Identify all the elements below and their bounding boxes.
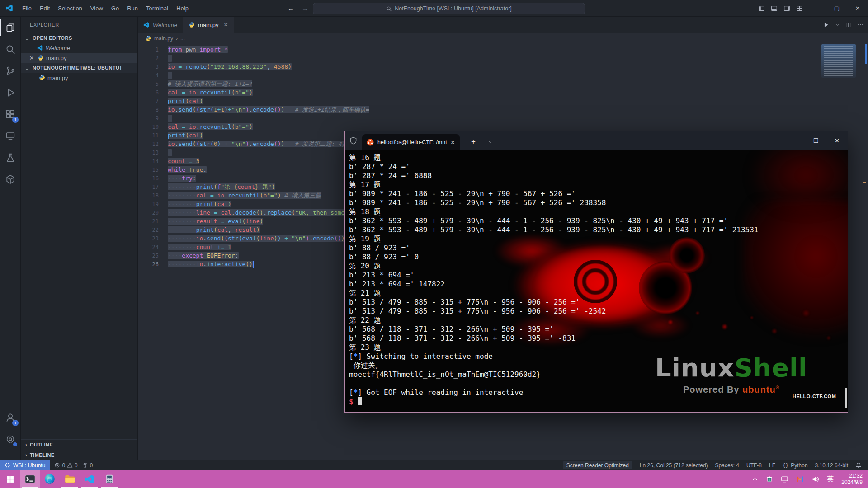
cursor-position[interactable]: Ln 26, Col 25 (712 selected)	[640, 462, 708, 469]
terminal-tab-dropdown-icon[interactable]	[483, 135, 497, 149]
terminal-tab-close-icon[interactable]: ✕	[450, 139, 455, 146]
activitybar-gear[interactable]	[0, 428, 21, 450]
activitybar-account[interactable]: 1	[0, 407, 21, 428]
tab-mainpy[interactable]: main.py ✕	[183, 17, 234, 33]
taskbar-calculator[interactable]	[99, 470, 119, 488]
open-editor-welcome[interactable]: Welcome	[21, 43, 137, 53]
code-line: 3io = remote("192.168.88.233", 4588)	[138, 62, 868, 71]
terminal-minimize-button[interactable]: —	[784, 131, 805, 150]
terminal-content[interactable]: LinuxShell Powered By ubuntu® HELLO-CTF.…	[345, 150, 848, 412]
chevron-down-icon[interactable]	[835, 22, 840, 28]
run-python-file-icon[interactable]	[823, 22, 829, 28]
bell-icon[interactable]	[855, 462, 862, 469]
nav-back-button[interactable]: ←	[288, 5, 294, 12]
eol-status[interactable]: LF	[769, 462, 775, 469]
activitybar-extensions[interactable]: 1	[0, 103, 21, 125]
menu-edit[interactable]: Edit	[36, 0, 54, 17]
display-icon[interactable]	[781, 475, 788, 483]
tab-close-icon[interactable]: ✕	[223, 22, 228, 28]
customize-layout-icon[interactable]	[793, 0, 806, 17]
file-item-mainpy[interactable]: main.py	[21, 73, 137, 83]
terminal-output: 第 16 题b' 287 * 24 ='b' 287 * 24 =' 6888第…	[345, 150, 848, 406]
remote-explorer-icon	[5, 131, 15, 141]
menu-go[interactable]: Go	[107, 0, 123, 17]
problems-indicator[interactable]: 0 0	[54, 462, 77, 469]
toggle-panel-icon[interactable]	[768, 0, 780, 17]
search-icon	[386, 6, 392, 12]
terminal-line: b' 88 / 923 ='	[349, 244, 848, 253]
encoding-status[interactable]: UTF-8	[746, 462, 762, 469]
windows-taskbar: 英 21:32 2024/9/9	[0, 470, 868, 488]
split-editor-icon[interactable]	[845, 22, 852, 28]
toggle-sidebar-icon[interactable]	[755, 0, 768, 17]
terminal-line: 第 19 题	[349, 235, 848, 244]
language-mode[interactable]: {} Python	[783, 462, 808, 469]
terminal-line: 第 20 题	[349, 262, 848, 271]
clock-time: 21:32	[841, 473, 863, 479]
code-line: 10cal = io.recvuntil(b"=")	[138, 122, 868, 131]
menu-help[interactable]: Help	[172, 0, 193, 17]
screen-reader-chip[interactable]: Screen Reader Optimized	[563, 461, 632, 469]
window-close-button[interactable]: ✕	[847, 0, 868, 17]
outline-section[interactable]: › OUTLINE	[21, 439, 137, 450]
taskbar-terminal-app[interactable]	[20, 470, 40, 488]
terminal-close-button[interactable]: ✕	[826, 131, 848, 150]
code-text: ········print(cal)	[159, 201, 231, 207]
remote-indicator[interactable]: WSL: Ubuntu	[0, 460, 50, 470]
window-maximize-button[interactable]: ▢	[826, 0, 847, 17]
activitybar-files[interactable]	[0, 17, 21, 38]
terminal-line: 第 17 题	[349, 180, 848, 189]
activitybar-test-beaker[interactable]	[0, 147, 21, 169]
menu-terminal[interactable]: Terminal	[142, 0, 172, 17]
chevron-up-icon[interactable]	[752, 476, 758, 482]
chevron-down-icon: ⌄	[24, 35, 29, 42]
minimap[interactable]	[821, 44, 856, 78]
line-number: 8	[138, 107, 159, 113]
taskbar-file-explorer[interactable]	[60, 470, 80, 488]
taskbar-vscode[interactable]	[80, 470, 99, 488]
taskbar-windows-start[interactable]	[0, 470, 20, 488]
activitybar-source-control[interactable]	[0, 60, 21, 82]
recycle-bin-icon[interactable]	[766, 475, 773, 483]
tab-welcome[interactable]: Welcome	[138, 17, 183, 33]
menu-file[interactable]: File	[18, 0, 36, 17]
m-app-icon[interactable]	[796, 475, 804, 483]
timeline-section[interactable]: › TIMELINE	[21, 450, 137, 460]
terminal-titlebar[interactable]: helloctfos@Hello-CTF: /mnt/c, ✕ + — ☐ ✕	[345, 131, 848, 150]
activitybar-run-debug[interactable]	[0, 82, 21, 103]
minimap-slider[interactable]	[865, 44, 867, 64]
more-actions-icon[interactable]	[857, 22, 863, 28]
indentation-status[interactable]: Spaces: 4	[715, 462, 739, 469]
toggle-secondary-sidebar-icon[interactable]	[780, 0, 793, 17]
radio-tower-icon	[82, 462, 88, 468]
code-line: 7print(cal)	[138, 97, 868, 105]
terminal-tab[interactable]: helloctfos@Hello-CTF: /mnt/c, ✕	[362, 134, 460, 150]
activitybar-remote-explorer[interactable]	[0, 125, 21, 147]
breadcrumb[interactable]: main.py › ...	[138, 33, 868, 44]
open-editors-header[interactable]: ⌄ OPEN EDITORS	[21, 33, 137, 43]
code-text: while True:	[159, 166, 207, 173]
menu-view[interactable]: View	[86, 0, 107, 17]
taskbar-edge[interactable]	[40, 470, 60, 488]
command-center-search[interactable]: NotEnoughTime [WSL: Ubuntu] [Administrat…	[313, 3, 585, 14]
python-version[interactable]: 3.10.12 64-bit	[815, 462, 848, 469]
ports-indicator[interactable]: 0	[82, 462, 93, 469]
activitybar-hexagon-package[interactable]	[0, 169, 21, 190]
speaker-icon[interactable]	[811, 475, 819, 483]
menu-selection[interactable]: Selection	[54, 0, 86, 17]
open-editor-mainpy[interactable]: ✕ main.py	[21, 53, 137, 63]
window-minimize-button[interactable]: –	[806, 0, 826, 17]
terminal-scrollbar[interactable]	[845, 388, 847, 408]
terminal-new-tab-button[interactable]: +	[466, 135, 481, 149]
taskbar-clock[interactable]: 21:32 2024/9/9	[841, 473, 863, 485]
open-editors-label: OPEN EDITORS	[33, 35, 72, 41]
workspace-folder-header[interactable]: ⌄ NOTENOUGHTIME [WSL: UBUNTU]	[21, 63, 137, 73]
terminal-line: 第 18 题	[349, 207, 848, 216]
activitybar-search[interactable]	[0, 38, 21, 60]
menu-run[interactable]: Run	[123, 0, 142, 17]
close-icon[interactable]: ✕	[28, 55, 35, 61]
nav-forward-button[interactable]: →	[302, 5, 308, 12]
ime-indicator[interactable]: 英	[827, 475, 834, 483]
terminal-maximize-button[interactable]: ☐	[805, 131, 826, 150]
selection-highlight: ········print(cal)	[168, 201, 231, 207]
